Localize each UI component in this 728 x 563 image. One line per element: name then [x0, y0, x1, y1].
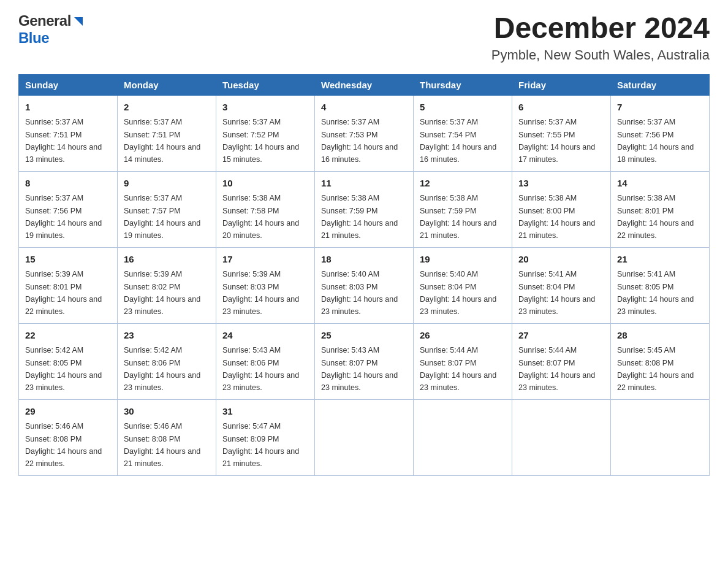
day-info: Sunrise: 5:40 AMSunset: 8:04 PMDaylight:… [420, 270, 496, 316]
day-number: 1 [25, 101, 111, 115]
calendar-table: SundayMondayTuesdayWednesdayThursdayFrid… [18, 74, 710, 476]
day-number: 25 [321, 329, 407, 343]
calendar-header-row: SundayMondayTuesdayWednesdayThursdayFrid… [19, 74, 710, 95]
day-info: Sunrise: 5:37 AMSunset: 7:51 PMDaylight:… [25, 118, 102, 164]
calendar-day-cell: 16 Sunrise: 5:39 AMSunset: 8:02 PMDaylig… [118, 247, 216, 323]
calendar-day-cell: 3 Sunrise: 5:37 AMSunset: 7:52 PMDayligh… [216, 95, 315, 171]
day-number: 26 [420, 329, 506, 343]
day-number: 8 [25, 177, 111, 191]
calendar-week-row: 22 Sunrise: 5:42 AMSunset: 8:05 PMDaylig… [19, 323, 710, 399]
day-info: Sunrise: 5:39 AMSunset: 8:01 PMDaylight:… [25, 270, 102, 316]
logo: General Blue [18, 12, 84, 47]
calendar-week-row: 29 Sunrise: 5:46 AMSunset: 8:08 PMDaylig… [19, 399, 710, 475]
day-info: Sunrise: 5:38 AMSunset: 7:59 PMDaylight:… [420, 194, 496, 240]
calendar-header-monday: Monday [118, 74, 216, 95]
calendar-day-cell: 7 Sunrise: 5:37 AMSunset: 7:56 PMDayligh… [611, 95, 710, 171]
calendar-day-cell: 11 Sunrise: 5:38 AMSunset: 7:59 PMDaylig… [315, 171, 414, 247]
svg-marker-0 [74, 17, 83, 26]
day-info: Sunrise: 5:43 AMSunset: 8:07 PMDaylight:… [321, 346, 398, 392]
calendar-day-cell: 20 Sunrise: 5:41 AMSunset: 8:04 PMDaylig… [512, 247, 611, 323]
day-number: 4 [321, 101, 407, 115]
day-info: Sunrise: 5:37 AMSunset: 7:51 PMDaylight:… [124, 118, 200, 164]
day-info: Sunrise: 5:41 AMSunset: 8:04 PMDaylight:… [518, 270, 595, 316]
day-info: Sunrise: 5:39 AMSunset: 8:02 PMDaylight:… [124, 270, 200, 316]
day-number: 18 [321, 253, 407, 267]
calendar-header-wednesday: Wednesday [315, 74, 414, 95]
day-info: Sunrise: 5:46 AMSunset: 8:08 PMDaylight:… [25, 422, 102, 468]
day-number: 12 [420, 177, 506, 191]
day-number: 15 [25, 253, 111, 267]
calendar-header-saturday: Saturday [611, 74, 710, 95]
calendar-day-cell: 14 Sunrise: 5:38 AMSunset: 8:01 PMDaylig… [611, 171, 710, 247]
calendar-day-cell: 30 Sunrise: 5:46 AMSunset: 8:08 PMDaylig… [118, 399, 216, 475]
day-number: 28 [617, 329, 703, 343]
day-info: Sunrise: 5:37 AMSunset: 7:56 PMDaylight:… [25, 194, 102, 240]
calendar-day-cell: 2 Sunrise: 5:37 AMSunset: 7:51 PMDayligh… [118, 95, 216, 171]
calendar-header-thursday: Thursday [414, 74, 512, 95]
day-number: 22 [25, 329, 111, 343]
day-number: 13 [518, 177, 604, 191]
day-number: 11 [321, 177, 407, 191]
day-info: Sunrise: 5:37 AMSunset: 7:56 PMDaylight:… [617, 118, 694, 164]
calendar-day-cell: 21 Sunrise: 5:41 AMSunset: 8:05 PMDaylig… [611, 247, 710, 323]
logo-chevron-icon [73, 16, 84, 27]
calendar-day-cell: 12 Sunrise: 5:38 AMSunset: 7:59 PMDaylig… [414, 171, 512, 247]
day-info: Sunrise: 5:37 AMSunset: 7:57 PMDaylight:… [124, 194, 200, 240]
day-number: 29 [25, 405, 111, 419]
day-info: Sunrise: 5:43 AMSunset: 8:06 PMDaylight:… [222, 346, 299, 392]
calendar-week-row: 15 Sunrise: 5:39 AMSunset: 8:01 PMDaylig… [19, 247, 710, 323]
day-info: Sunrise: 5:42 AMSunset: 8:06 PMDaylight:… [124, 346, 200, 392]
day-number: 20 [518, 253, 604, 267]
day-number: 17 [222, 253, 308, 267]
calendar-day-cell: 4 Sunrise: 5:37 AMSunset: 7:53 PMDayligh… [315, 95, 414, 171]
calendar-day-cell: 8 Sunrise: 5:37 AMSunset: 7:56 PMDayligh… [19, 171, 118, 247]
calendar-day-cell: 17 Sunrise: 5:39 AMSunset: 8:03 PMDaylig… [216, 247, 315, 323]
calendar-day-cell: 22 Sunrise: 5:42 AMSunset: 8:05 PMDaylig… [19, 323, 118, 399]
title-block: December 2024 Pymble, New South Wales, A… [491, 12, 710, 63]
page-title: December 2024 [491, 12, 710, 45]
calendar-header-tuesday: Tuesday [216, 74, 315, 95]
calendar-day-cell: 26 Sunrise: 5:44 AMSunset: 8:07 PMDaylig… [414, 323, 512, 399]
page-header: General Blue December 2024 Pymble, New S… [18, 12, 710, 63]
calendar-day-cell [611, 399, 710, 475]
day-info: Sunrise: 5:45 AMSunset: 8:08 PMDaylight:… [617, 346, 694, 392]
calendar-day-cell: 19 Sunrise: 5:40 AMSunset: 8:04 PMDaylig… [414, 247, 512, 323]
calendar-day-cell: 18 Sunrise: 5:40 AMSunset: 8:03 PMDaylig… [315, 247, 414, 323]
day-info: Sunrise: 5:38 AMSunset: 8:01 PMDaylight:… [617, 194, 694, 240]
calendar-header-sunday: Sunday [19, 74, 118, 95]
day-info: Sunrise: 5:37 AMSunset: 7:52 PMDaylight:… [222, 118, 299, 164]
calendar-day-cell: 23 Sunrise: 5:42 AMSunset: 8:06 PMDaylig… [118, 323, 216, 399]
day-info: Sunrise: 5:46 AMSunset: 8:08 PMDaylight:… [124, 422, 200, 468]
day-info: Sunrise: 5:40 AMSunset: 8:03 PMDaylight:… [321, 270, 398, 316]
page-subtitle: Pymble, New South Wales, Australia [491, 47, 710, 63]
day-number: 31 [222, 405, 308, 419]
calendar-day-cell [512, 399, 611, 475]
day-number: 27 [518, 329, 604, 343]
day-number: 7 [617, 101, 703, 115]
day-info: Sunrise: 5:44 AMSunset: 8:07 PMDaylight:… [420, 346, 496, 392]
logo-blue-text: Blue [18, 29, 49, 47]
day-number: 14 [617, 177, 703, 191]
calendar-day-cell: 10 Sunrise: 5:38 AMSunset: 7:58 PMDaylig… [216, 171, 315, 247]
day-number: 23 [124, 329, 210, 343]
day-info: Sunrise: 5:38 AMSunset: 7:59 PMDaylight:… [321, 194, 398, 240]
calendar-day-cell: 15 Sunrise: 5:39 AMSunset: 8:01 PMDaylig… [19, 247, 118, 323]
day-info: Sunrise: 5:42 AMSunset: 8:05 PMDaylight:… [25, 346, 102, 392]
calendar-week-row: 8 Sunrise: 5:37 AMSunset: 7:56 PMDayligh… [19, 171, 710, 247]
calendar-week-row: 1 Sunrise: 5:37 AMSunset: 7:51 PMDayligh… [19, 95, 710, 171]
day-info: Sunrise: 5:47 AMSunset: 8:09 PMDaylight:… [222, 422, 299, 468]
calendar-day-cell: 5 Sunrise: 5:37 AMSunset: 7:54 PMDayligh… [414, 95, 512, 171]
calendar-day-cell: 31 Sunrise: 5:47 AMSunset: 8:09 PMDaylig… [216, 399, 315, 475]
calendar-day-cell: 24 Sunrise: 5:43 AMSunset: 8:06 PMDaylig… [216, 323, 315, 399]
calendar-day-cell [414, 399, 512, 475]
day-info: Sunrise: 5:37 AMSunset: 7:55 PMDaylight:… [518, 118, 595, 164]
calendar-header-friday: Friday [512, 74, 611, 95]
day-info: Sunrise: 5:37 AMSunset: 7:54 PMDaylight:… [420, 118, 496, 164]
calendar-day-cell: 1 Sunrise: 5:37 AMSunset: 7:51 PMDayligh… [19, 95, 118, 171]
day-number: 21 [617, 253, 703, 267]
day-number: 24 [222, 329, 308, 343]
day-number: 6 [518, 101, 604, 115]
calendar-day-cell: 13 Sunrise: 5:38 AMSunset: 8:00 PMDaylig… [512, 171, 611, 247]
day-number: 5 [420, 101, 506, 115]
day-number: 2 [124, 101, 210, 115]
